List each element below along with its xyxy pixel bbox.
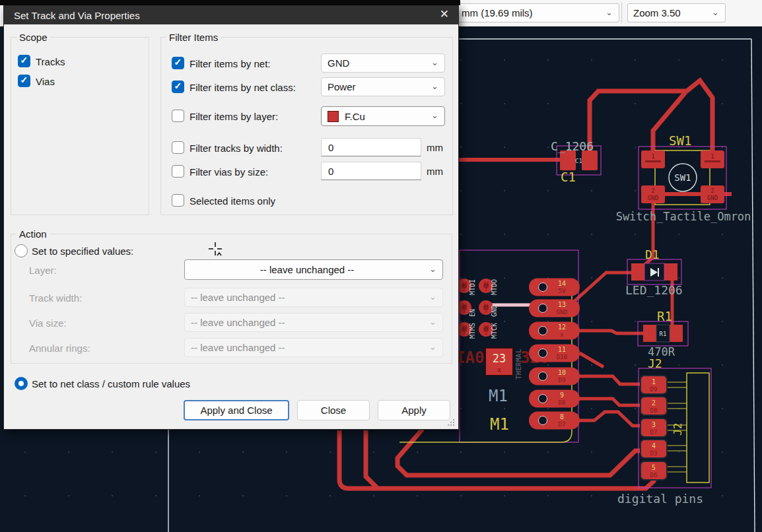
svg-text:GND: GND	[557, 309, 567, 316]
track-width-filter-input[interactable]: 0	[321, 138, 421, 156]
svg-text:x: x	[463, 331, 466, 335]
svg-text:12: 12	[558, 323, 566, 331]
svg-text:21: 21	[483, 303, 489, 308]
dialog-titlebar[interactable]: Set Track and Via Properties ✕	[4, 6, 458, 24]
track-width-value-select: -- leave unchanged -- ⌄	[184, 288, 443, 307]
svg-text:D10: D10	[557, 354, 567, 360]
via-size-row-label: Via size:	[29, 317, 66, 329]
svg-text:5V: 5V	[559, 288, 566, 294]
resize-grip[interactable]	[446, 418, 456, 427]
svg-text:17: 17	[462, 281, 467, 286]
layer-filter-select[interactable]: F.Cu ⌄	[321, 106, 445, 126]
svg-text:20: 20	[483, 325, 489, 330]
svg-text:EN: EN	[469, 309, 476, 317]
chevron-down-icon: ⌄	[429, 343, 442, 353]
close-button[interactable]: Close	[297, 400, 370, 420]
svg-text:18: 18	[462, 303, 467, 308]
module-big-text-left: IA0	[456, 349, 484, 367]
filter-by-net-class-label: Filter items by net class:	[190, 82, 296, 93]
set-track-via-properties-dialog: Set Track and Via Properties ✕ Scope Tra…	[3, 5, 459, 430]
via-size-unit: mm	[427, 166, 443, 177]
layer-value-select[interactable]: -- leave unchanged -- ⌄	[184, 259, 443, 280]
chevron-down-icon: ⌄	[429, 317, 442, 328]
filter-by-net-class-checkbox[interactable]	[172, 81, 184, 93]
net-class-select[interactable]: Power ⌄	[321, 77, 445, 96]
svg-text:9: 9	[560, 391, 564, 399]
chevron-down-icon: ⌄	[431, 82, 444, 92]
j2-caption: digital pins	[617, 492, 703, 506]
chevron-down-icon: ⌄	[606, 8, 619, 18]
svg-text:x: x	[560, 331, 564, 338]
svg-text:D7: D7	[650, 429, 658, 436]
svg-text:D9: D9	[650, 386, 658, 393]
filter-items-group-title: Filter Items	[166, 32, 221, 43]
svg-text:14: 14	[558, 280, 566, 287]
net-select[interactable]: GND ⌄	[321, 53, 445, 73]
module-right-pads[interactable]: 14 5V 13 GND 12 x 11 D10 10 D9 9 D8 8 D7	[529, 279, 580, 430]
svg-text:23: 23	[493, 352, 506, 365]
scope-group-title: Scope	[17, 32, 50, 43]
via-size-filter-input[interactable]: 0	[321, 162, 421, 180]
svg-text:D9: D9	[559, 377, 566, 383]
zoom-value: Zoom 3.50	[628, 7, 712, 18]
svg-text:22: 22	[483, 281, 489, 286]
svg-text:1: 1	[710, 153, 714, 160]
svg-text:5: 5	[652, 464, 656, 471]
svg-text:x: x	[485, 331, 487, 335]
svg-text:x: x	[463, 287, 466, 292]
svg-text:x: x	[463, 309, 466, 314]
svg-text:D6: D6	[650, 472, 658, 479]
selected-items-only-checkbox[interactable]	[172, 194, 184, 207]
svg-text:D7: D7	[559, 421, 566, 428]
set-netclass-values-radio[interactable]	[15, 377, 28, 390]
chevron-down-icon: ⌄	[431, 111, 444, 121]
module-ref: M1	[490, 415, 509, 434]
svg-text:THERMAL: THERMAL	[514, 349, 523, 380]
set-specified-values-label: Set to specified values:	[32, 246, 133, 257]
close-icon[interactable]: ✕	[440, 7, 449, 21]
svg-text:x: x	[485, 287, 487, 292]
c1-ref: C1	[561, 170, 576, 184]
apply-button[interactable]: Apply	[378, 400, 450, 420]
tracks-checkbox[interactable]	[18, 55, 30, 67]
svg-text:1: 1	[651, 153, 654, 160]
vias-checkbox[interactable]	[18, 75, 30, 87]
track-width-unit: mm	[427, 142, 443, 153]
svg-text:10: 10	[558, 369, 566, 376]
chevron-down-icon: ⌄	[429, 292, 442, 303]
c1-value: C_1206	[551, 139, 594, 153]
svg-text:x: x	[485, 309, 487, 314]
annular-rings-row-label: Annular rings:	[29, 343, 90, 354]
layer-row-label: Layer:	[29, 265, 57, 276]
filter-by-net-checkbox[interactable]	[172, 57, 184, 69]
window-edge-strip	[0, 0, 460, 5]
sw1-ref: SW1	[669, 133, 691, 148]
svg-text:1: 1	[652, 378, 656, 385]
svg-text:D3: D3	[650, 450, 658, 457]
zoom-select[interactable]: Zoom 3.50 ⌄	[627, 3, 726, 22]
apply-and-close-button[interactable]: Apply and Close	[184, 400, 289, 420]
track-width-row-label: Track width:	[29, 292, 82, 304]
svg-text:D8: D8	[650, 407, 658, 414]
chevron-down-icon: ⌄	[431, 58, 444, 69]
toolbar-separator	[621, 3, 622, 23]
svg-text:MTCK: MTCK	[491, 323, 498, 339]
svg-text:R1: R1	[660, 331, 667, 337]
svg-text:19: 19	[462, 325, 467, 330]
set-specified-values-radio[interactable]	[15, 244, 28, 257]
scope-group: Scope	[11, 37, 149, 215]
annular-rings-value-select: -- leave unchanged -- ⌄	[184, 338, 443, 357]
svg-text:2: 2	[651, 187, 654, 194]
chevron-down-icon: ⌄	[429, 265, 442, 275]
svg-text:GND: GND	[491, 305, 498, 317]
dialog-title: Set Track and Via Properties	[4, 10, 140, 21]
via-size-value-select: -- leave unchanged -- ⌄	[184, 313, 443, 332]
svg-text:13: 13	[558, 301, 566, 308]
svg-text:8: 8	[560, 413, 564, 420]
filter-by-layer-checkbox[interactable]	[172, 110, 184, 122]
sw1-footprint-name: Switch_Tactile_Omron	[616, 210, 751, 223]
filter-tracks-by-width-checkbox[interactable]	[172, 141, 184, 154]
filter-vias-by-size-checkbox[interactable]	[172, 165, 184, 178]
module-thermal-pad[interactable]: 23 x THERMAL	[485, 348, 523, 380]
svg-text:D8: D8	[559, 399, 566, 406]
